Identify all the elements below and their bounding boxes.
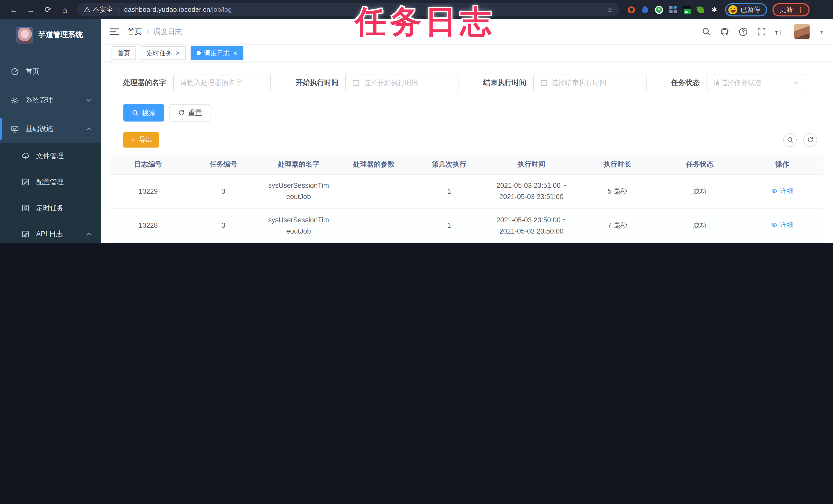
table-row: 10227 3 sysUserSessionTimeoutJob 1 2021-… [111, 243, 824, 243]
update-button[interactable]: 更新 ⋮ [772, 3, 809, 16]
filter-form: 处理器的名字 请输入处理器的名字 开始执行时间 选择开始执行时间 结束执行 [111, 62, 824, 91]
back-icon[interactable]: ← [7, 3, 21, 16]
extension-grid-icon[interactable] [668, 5, 677, 14]
sidebar-item-home[interactable]: 首页 [0, 57, 101, 86]
github-icon[interactable] [720, 27, 729, 36]
toggle-search-button[interactable] [783, 133, 797, 147]
emoji-face-icon [728, 5, 737, 14]
extension-orange-icon[interactable] [627, 5, 636, 14]
start-time-picker[interactable]: 选择开始执行时间 [346, 74, 459, 91]
font-size-icon[interactable]: TT [775, 27, 785, 36]
reload-icon[interactable]: ⟳ [41, 3, 55, 16]
end-time-picker[interactable]: 选择结束执行时间 [533, 74, 646, 91]
security-warning[interactable]: 不安全 [84, 5, 113, 14]
search-icon[interactable] [702, 27, 711, 36]
table-body: 10229 3 sysUserSessionTimeoutJob 1 2021-… [111, 174, 824, 243]
security-label: 不安全 [93, 5, 113, 14]
avatar[interactable] [794, 24, 810, 39]
cell-execute-index: 1 [411, 174, 487, 208]
detail-link[interactable]: 详细 [771, 185, 793, 196]
column-header: 操作 [741, 155, 824, 174]
detail-link[interactable]: 详细 [771, 219, 793, 230]
cell-handler-name: sysUserSessionTimeoutJob [261, 208, 336, 243]
search-button[interactable]: 搜索 [123, 104, 164, 122]
sidebar-item-label: 基础设施 [26, 124, 53, 133]
extension-on-icon[interactable]: on [682, 5, 691, 14]
column-header: 执行时长 [576, 155, 659, 174]
cell-status: 成功 [659, 243, 741, 243]
cell-duration: 7 毫秒 [576, 208, 659, 243]
sidebar-item-label: 配置管理 [36, 177, 64, 187]
filter-label: 处理器的名字 [123, 78, 166, 87]
cell-task-id: 3 [186, 208, 261, 243]
url-host: dashboard.yudao.iocoder.cn [124, 6, 210, 13]
sidebar-item-system[interactable]: 系统管理 [0, 86, 101, 115]
cell-task-id: 3 [186, 174, 261, 208]
tab-schedule-log[interactable]: 调度日志 ✕ [191, 46, 243, 60]
download-icon [129, 136, 137, 143]
export-label: 导出 [139, 135, 152, 144]
handler-name-input[interactable]: 请输入处理器的名字 [173, 74, 271, 91]
breadcrumb-current: 调度日志 [153, 27, 182, 36]
close-icon[interactable]: ✕ [233, 50, 238, 56]
divider [118, 6, 119, 13]
extensions-puzzle-icon[interactable]: ✱ [710, 5, 719, 14]
menu-dots-icon[interactable]: ⋮ [797, 6, 804, 14]
tab-scheduled-tasks[interactable]: 定时任务 ✕ [141, 46, 186, 60]
column-header: 任务状态 [659, 155, 741, 174]
column-header: 第几次执行 [411, 155, 487, 174]
column-header: 日志编号 [111, 155, 186, 174]
app-title: 芋道管理系统 [38, 30, 83, 40]
address-bar[interactable]: 不安全 dashboard.yudao.iocoder.cn/job/log ☆ [78, 3, 619, 16]
bookmark-star-icon[interactable]: ☆ [607, 6, 613, 14]
cell-actions: 详细 [741, 243, 824, 243]
placeholder: 请选择任务状态 [713, 78, 762, 87]
cell-duration: 7 毫秒 [576, 243, 659, 243]
export-button[interactable]: 导出 [123, 132, 159, 148]
tab-home[interactable]: 首页 [112, 46, 136, 60]
svg-text:T: T [775, 30, 778, 35]
tab-label: 首页 [117, 49, 130, 57]
breadcrumb-home[interactable]: 首页 [127, 27, 142, 36]
extension-green-y-icon[interactable]: Y [654, 5, 664, 14]
detail-label: 详细 [780, 219, 793, 230]
sidebar-item-config-management[interactable]: 配置管理 [0, 169, 101, 195]
sidebar-item-scheduled-tasks[interactable]: 定时任务 [0, 195, 101, 221]
search-label: 搜索 [142, 108, 156, 118]
cell-handler-params [336, 243, 411, 243]
breadcrumb-separator: / [147, 28, 149, 35]
cell-handler-params [336, 208, 411, 243]
sidebar-item-api-log[interactable]: API 日志 [0, 221, 101, 243]
active-dot [197, 51, 201, 55]
cell-actions: 详细 [741, 208, 824, 243]
column-header: 处理器的参数 [336, 155, 411, 174]
sidebar-item-label: 系统管理 [26, 95, 53, 105]
extension-leaf-icon[interactable] [696, 5, 705, 14]
help-icon[interactable] [738, 27, 748, 36]
close-icon[interactable]: ✕ [175, 50, 180, 56]
sidebar-logo[interactable]: 芋道管理系统 [0, 19, 101, 51]
paused-badge[interactable]: 已暂停 [725, 3, 767, 16]
sidebar-item-infrastructure[interactable]: 基础设施 [0, 115, 101, 143]
sidebar-item-file-management[interactable]: 文件管理 [0, 143, 101, 169]
reset-button[interactable]: 重置 [169, 104, 211, 122]
cell-status: 成功 [659, 174, 741, 208]
cell-handler-params [336, 174, 411, 208]
app-logo-image [16, 27, 33, 43]
paused-label: 已暂停 [741, 5, 761, 14]
forward-icon[interactable]: → [24, 3, 38, 16]
annotation-title: 任务日志 [355, 1, 495, 44]
caret-down-icon[interactable]: ▼ [819, 28, 825, 35]
table-header-row: 日志编号 任务编号 处理器的名字 处理器的参数 第几次执行 执行时间 执行时长 … [111, 155, 824, 174]
search-icon [786, 136, 793, 143]
home-icon[interactable]: ⌂ [58, 3, 72, 16]
cell-log-id: 10228 [111, 208, 186, 243]
extension-drop-icon[interactable] [641, 5, 650, 14]
refresh-table-button[interactable] [803, 133, 817, 147]
task-status-select[interactable]: 请选择任务状态 [707, 74, 804, 91]
placeholder: 选择结束执行时间 [551, 78, 606, 87]
dashboard-icon [10, 67, 19, 76]
hamburger-icon[interactable] [109, 27, 119, 36]
filter-start-time: 开始执行时间 选择开始执行时间 [295, 74, 459, 91]
fullscreen-icon[interactable] [757, 27, 766, 36]
